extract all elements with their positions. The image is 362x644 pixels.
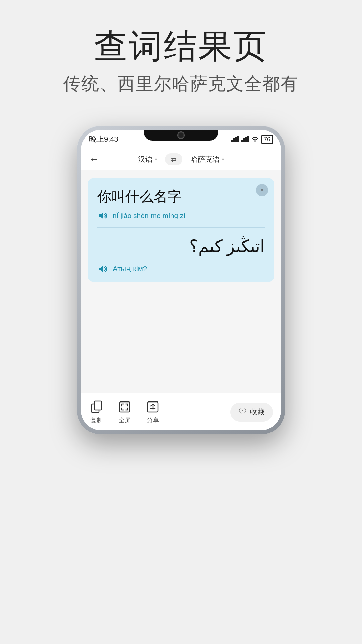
svg-rect-5 (243, 138, 245, 142)
tts-source-button[interactable] (97, 211, 109, 221)
target-language-selector[interactable]: 哈萨克语 ▾ (190, 154, 224, 164)
page-subtitle: 传统、西里尔哈萨克文全都有 (13, 72, 349, 96)
card-divider (97, 227, 265, 228)
status-icons: 76 (231, 135, 273, 144)
kazakh-row: Атың кім? (97, 264, 265, 274)
collect-button[interactable]: ♡ 收藏 (230, 402, 273, 422)
page-title: 查词结果页 (13, 27, 349, 65)
target-language-label: 哈萨克语 (190, 154, 220, 164)
svg-rect-6 (245, 137, 247, 142)
svg-rect-4 (241, 140, 243, 142)
hero-section: 查词结果页 传统、西里尔哈萨克文全都有 (0, 0, 362, 106)
battery-label: 76 (261, 135, 273, 144)
svg-rect-2 (235, 137, 237, 142)
signal-icon (231, 136, 239, 142)
status-bar: 晚上9:43 (81, 130, 281, 149)
share-button[interactable]: 分享 (145, 399, 160, 424)
camera (178, 132, 184, 138)
target-lang-arrow-icon: ▾ (222, 157, 224, 162)
fullscreen-label: 全屏 (119, 416, 131, 424)
svg-rect-0 (231, 140, 233, 142)
copy-button[interactable]: 复制 (89, 399, 104, 424)
translation-card: × 你叫什么名字 nǐ (88, 178, 274, 282)
action-bar: 复制 (81, 393, 281, 430)
pinyin-text: nǐ jiào shén me míng zì (113, 212, 185, 220)
source-lang-arrow-icon: ▾ (155, 157, 157, 162)
svg-rect-1 (233, 138, 235, 142)
share-label: 分享 (147, 416, 159, 424)
source-language-label: 汉语 (138, 154, 153, 164)
swap-language-button[interactable]: ⇄ (165, 153, 182, 165)
svg-rect-11 (120, 402, 130, 412)
signal-icon-2 (241, 136, 249, 142)
share-icon (145, 399, 160, 414)
svg-rect-3 (237, 136, 239, 142)
fullscreen-icon (117, 399, 132, 414)
svg-rect-10 (94, 401, 102, 410)
source-language-selector[interactable]: 汉语 ▾ (138, 154, 157, 164)
phone-frame: 晚上9:43 (77, 126, 285, 434)
back-button[interactable]: ← (89, 154, 99, 165)
swap-icon: ⇄ (171, 155, 177, 163)
close-button[interactable]: × (256, 184, 268, 196)
fullscreen-button[interactable]: 全屏 (117, 399, 132, 424)
nav-bar: ← 汉语 ▾ ⇄ 哈萨克语 ▾ (81, 149, 281, 170)
speaker-icon (97, 211, 109, 220)
status-time: 晚上9:43 (89, 134, 118, 144)
notch (144, 130, 218, 141)
page-bottom (0, 434, 362, 622)
wifi-icon (251, 136, 259, 142)
arabic-translation-text: اتىڭىز كىم؟ (97, 234, 265, 258)
copy-icon (89, 399, 104, 414)
svg-rect-7 (247, 136, 249, 142)
speaker-icon-2 (97, 264, 109, 274)
copy-label: 复制 (90, 416, 103, 424)
heart-icon: ♡ (238, 407, 247, 418)
action-buttons-right: ♡ 收藏 (230, 402, 273, 422)
svg-point-8 (254, 140, 256, 142)
source-text: 你叫什么名字 (97, 187, 265, 206)
content-area: × 你叫什么名字 nǐ (81, 170, 281, 393)
collect-label: 收藏 (250, 407, 265, 417)
action-buttons-left: 复制 (89, 399, 160, 424)
phone-screen: 晚上9:43 (81, 130, 281, 430)
pinyin-row: nǐ jiào shén me míng zì (97, 211, 265, 221)
kazakh-translation-text: Атың кім? (113, 265, 147, 273)
phone-mockup: 晚上9:43 (77, 126, 285, 434)
phone-screen-container: 晚上9:43 (81, 130, 281, 430)
tts-target-button[interactable] (97, 264, 109, 274)
